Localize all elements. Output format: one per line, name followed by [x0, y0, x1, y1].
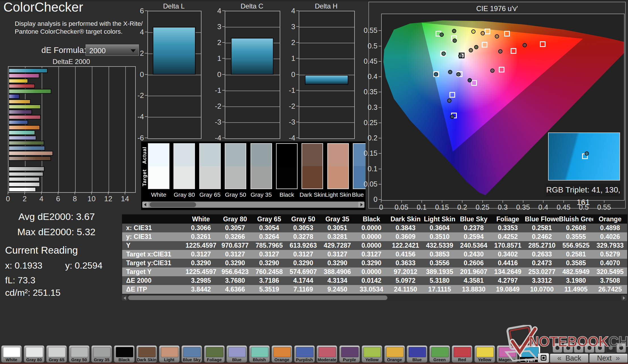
meter-mini-button-6[interactable]	[606, 343, 616, 353]
swatch-scrollbar[interactable]	[142, 202, 364, 208]
table-cell: 3.3312	[525, 276, 559, 285]
patch-label: Blue Flower	[227, 357, 247, 363]
patch-label: Green	[430, 357, 450, 362]
table-corner-cell	[122, 215, 184, 224]
column-header: Gray 50	[286, 215, 320, 224]
patch-button-orange-yellow[interactable]: Orange Yellow	[384, 345, 405, 363]
table-cell: 0.2608	[559, 224, 593, 232]
table-cell: 26.7425	[593, 285, 627, 294]
patch-swatch	[71, 347, 88, 357]
table-cell: 9.2450	[320, 285, 354, 294]
table-scrollbar-thumb[interactable]	[128, 296, 387, 300]
meter-mini-button-2[interactable]	[563, 343, 573, 353]
patch-button-purple[interactable]: Purple	[339, 345, 360, 363]
axis-tick-label: 2	[282, 38, 295, 47]
patch-swatch	[476, 347, 494, 357]
patch-button-white[interactable]: White	[1, 345, 22, 363]
swatch-actual	[225, 144, 246, 166]
patch-button-yellow-green[interactable]: Yellow Green	[362, 345, 382, 363]
patch-label: Yellow Green	[362, 357, 382, 363]
patch-swatch	[319, 347, 336, 357]
swatch-scrollbar-thumb[interactable]	[150, 202, 196, 207]
table-cell: 5.3180	[423, 276, 457, 285]
deltae-bar-bluish-green	[9, 130, 35, 135]
patch-button-dark-skin[interactable]: Dark Skin	[136, 345, 157, 363]
table-row: y: CIE310.32610.32660.32640.32780.32810.…	[122, 232, 627, 241]
table-scroll-right-button[interactable]	[621, 295, 627, 301]
back-button[interactable]: « Back	[550, 354, 589, 363]
patch-button-foliage[interactable]: Foliage	[204, 345, 225, 363]
patch-button-yellow[interactable]: Yellow	[474, 345, 495, 363]
patch-button-gray-65[interactable]: Gray 65	[46, 345, 67, 363]
axis-tick-label: 0.3	[360, 103, 377, 112]
table-cell: 556.9525	[559, 241, 593, 250]
patch-button-orange[interactable]: Orange	[271, 345, 292, 363]
column-header: Gray 80	[218, 215, 252, 224]
meter-mini-button-7[interactable]	[616, 343, 626, 353]
axis-tick	[502, 200, 503, 203]
axis-tick	[222, 26, 225, 27]
meter-mini-button-3[interactable]	[574, 343, 584, 353]
patch-button-blue-sky[interactable]: Blue Sky	[181, 345, 202, 363]
next-button[interactable]: Next »	[589, 354, 628, 363]
swatch-gray-65	[199, 143, 221, 189]
patch-button-red[interactable]: Red	[452, 345, 472, 363]
chevron-left-icon: «	[557, 354, 561, 362]
patch-swatch	[116, 347, 133, 357]
column-header: White	[184, 215, 218, 224]
table-cell: 0.3057	[218, 224, 252, 232]
axis-tick-label: 0.45	[360, 57, 377, 65]
table-row: x: CIE310.30660.30570.30540.30530.30510.…	[122, 224, 627, 232]
table-cell: 0.3127	[184, 250, 218, 259]
max-de2000-readout: Max dE2000: 5.32	[17, 226, 96, 237]
meter-mini-button-5[interactable]	[595, 343, 605, 353]
patch-button-blue[interactable]: Blue	[407, 345, 427, 363]
axis-tick	[75, 192, 75, 194]
axis-tick-label: 0.4	[533, 203, 553, 211]
axis-tick	[145, 32, 148, 32]
patch-button-green[interactable]: Green	[429, 345, 450, 363]
meter-mini-button-4[interactable]	[585, 343, 594, 353]
axis-tick	[145, 138, 148, 138]
table-scroll-left-button[interactable]	[122, 295, 128, 301]
measured-point	[440, 33, 444, 37]
axis-tick	[41, 192, 42, 194]
table-cell: 3.2985	[184, 276, 218, 285]
patch-label: Orange Yellow	[385, 357, 405, 363]
swatch-scroll-left-button[interactable]	[142, 202, 148, 208]
patch-label: White	[1, 357, 22, 362]
target-square	[482, 42, 487, 48]
patch-button-gray-80[interactable]: Gray 80	[24, 345, 44, 363]
table-cell: 0.3266	[218, 232, 252, 241]
patch-swatch	[273, 347, 291, 357]
table-cell: 11.4905	[559, 285, 593, 294]
axis-tick-label: -4	[131, 112, 144, 121]
patch-button-purplish-blue[interactable]: Purplish Blue	[294, 345, 315, 363]
patch-button-blue-flower[interactable]: Blue Flower	[226, 345, 247, 363]
table-cell: 329.7933	[593, 241, 627, 250]
table-cell: 0.3127	[354, 250, 388, 259]
axis-tick-label: 10	[83, 194, 100, 203]
table-scrollbar[interactable]	[122, 295, 627, 301]
patch-button-moderate-red[interactable]: Moderate Red	[317, 345, 337, 363]
table-cell: 0.3053	[286, 224, 320, 232]
table-cell: 785.7965	[252, 241, 286, 250]
patch-button-cyan[interactable]: Cyan	[519, 345, 540, 363]
patch-button-bluish-green[interactable]: Bluish Green	[249, 345, 270, 363]
table-cell: 320.5495	[593, 267, 627, 276]
patch-button-black[interactable]: Black	[114, 345, 135, 363]
patch-button-gray-50[interactable]: Gray 50	[69, 345, 90, 363]
patch-label: Dark Skin	[137, 357, 157, 362]
gridline	[225, 122, 280, 123]
column-header: Blue Flower	[525, 215, 559, 224]
stop-measurement-button[interactable]	[538, 353, 549, 363]
dot-icon	[566, 346, 570, 350]
patch-button-light-skin[interactable]: Light Skin	[159, 345, 180, 363]
meter-mini-button-1[interactable]	[553, 343, 562, 353]
axis-tick	[58, 192, 58, 194]
table-cell: 0.0000	[354, 224, 388, 232]
table-cell: 0.3853	[423, 250, 457, 259]
axis-tick	[543, 200, 544, 203]
patch-button-gray-35[interactable]: Gray 35	[91, 345, 112, 363]
patch-button-magenta[interactable]: Magenta	[497, 345, 517, 363]
